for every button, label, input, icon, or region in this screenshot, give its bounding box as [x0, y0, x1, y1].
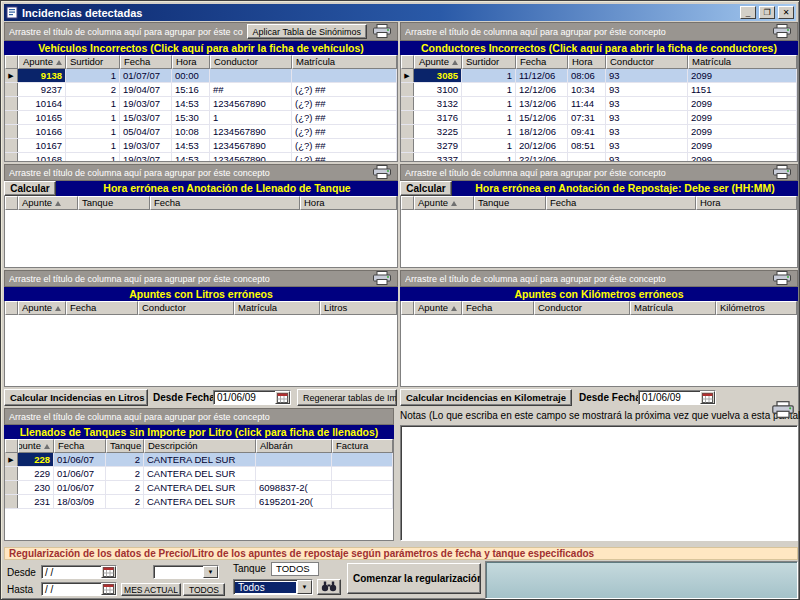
cell[interactable]: 1: [462, 125, 516, 138]
cell[interactable]: 00:00: [172, 69, 210, 82]
column-header-fecha[interactable]: Fecha: [516, 55, 568, 69]
cell[interactable]: 1: [462, 139, 516, 152]
cell[interactable]: 1: [66, 97, 120, 110]
cell[interactable]: 231: [18, 495, 54, 508]
cell[interactable]: CANTERA DEL SUR: [144, 467, 256, 480]
aplicar-sinonimos-button[interactable]: Aplicar Tabla de Sinónimos: [247, 24, 367, 39]
cell[interactable]: 05/04/07: [120, 125, 172, 138]
cell[interactable]: 2099: [688, 69, 797, 82]
group-by-bar[interactable]: Arrastre el título de columna aquí para …: [4, 408, 394, 425]
cell[interactable]: [568, 153, 606, 161]
column-header-matrícula[interactable]: Matrícula: [688, 55, 797, 69]
cell[interactable]: 1: [66, 153, 120, 161]
notas-textarea[interactable]: [400, 425, 798, 541]
table-row[interactable]: 10168119/03/0714:531234567890(¿?) ##: [5, 153, 397, 161]
cell[interactable]: [256, 467, 332, 480]
group-by-bar[interactable]: Arrastre el título de columna aquí para …: [400, 22, 798, 41]
column-header-conductor[interactable]: Conductor: [138, 301, 234, 315]
cell[interactable]: 20/12/06: [516, 139, 568, 152]
cell[interactable]: 10168: [18, 153, 66, 161]
group-by-bar[interactable]: Arrastre el título de columna aquí para …: [400, 270, 798, 287]
table-row[interactable]: 23001/06/072CANTERA DEL SUR6098837-2(: [5, 481, 393, 495]
cell[interactable]: 2: [66, 83, 120, 96]
print-icon[interactable]: [771, 24, 793, 39]
cell[interactable]: 11:44: [568, 97, 606, 110]
cell[interactable]: 93: [606, 111, 688, 124]
cell[interactable]: 1: [462, 69, 516, 82]
cell[interactable]: 1: [66, 111, 120, 124]
cell[interactable]: 01/07/07: [120, 69, 172, 82]
cell[interactable]: 228: [18, 453, 54, 466]
calcular-button[interactable]: Calcular: [4, 181, 56, 196]
cell[interactable]: 93: [606, 139, 688, 152]
panel-title-conductores[interactable]: Conductores Incorrectos (Click aquí para…: [400, 41, 798, 55]
cell[interactable]: 3085: [414, 69, 462, 82]
cell[interactable]: 01/06/07: [54, 481, 106, 494]
cell[interactable]: 2: [106, 495, 144, 508]
table-row[interactable]: 10165115/03/0715:301(¿?) ##: [5, 111, 397, 125]
cell[interactable]: 3337: [414, 153, 462, 161]
column-header-surtidor[interactable]: Surtidor: [462, 55, 516, 69]
group-by-bar[interactable]: Arrastre el título de columna aquí para …: [4, 164, 398, 181]
column-header-apunte[interactable]: Apunte: [414, 55, 462, 69]
column-header-fecha[interactable]: Fecha: [66, 301, 138, 315]
print-icon[interactable]: [371, 24, 393, 39]
cell[interactable]: 14:53: [172, 153, 210, 161]
cell[interactable]: 93: [606, 83, 688, 96]
column-header-apunte[interactable]: Apunte: [18, 55, 66, 69]
group-by-bar[interactable]: Arrastre el título de columna aquí para …: [400, 164, 798, 181]
cell[interactable]: 2: [106, 467, 144, 480]
column-header-factura[interactable]: Factura: [332, 439, 393, 453]
column-header-hora[interactable]: Hora: [300, 196, 397, 210]
table-row[interactable]: 10167119/03/0714:531234567890(¿?) ##: [5, 139, 397, 153]
cell[interactable]: 19/04/07: [120, 83, 172, 96]
cell[interactable]: 22/12/06: [516, 153, 568, 161]
tanque-combo[interactable]: Todos ▼: [233, 579, 313, 595]
table-row[interactable]: 3279120/12/0608:51932099: [401, 139, 797, 153]
column-header-fecha[interactable]: Fecha: [150, 196, 300, 210]
column-header-tanque[interactable]: Tanque: [474, 196, 546, 210]
calendar-icon[interactable]: [700, 391, 715, 404]
table-row[interactable]: 3225118/12/0609:41932099: [401, 125, 797, 139]
todos-button[interactable]: TODOS: [183, 583, 225, 596]
reg-filter-combo[interactable]: ▼: [153, 565, 219, 579]
cell[interactable]: (¿?) ##: [292, 97, 397, 110]
cell[interactable]: 19/03/07: [120, 139, 172, 152]
group-by-bar[interactable]: Arrastre el título de columna aquí para …: [4, 22, 398, 41]
regenerar-tablas-button[interactable]: Regenerar tablas de Importación: [297, 389, 397, 406]
cell[interactable]: 10:08: [172, 125, 210, 138]
table-row[interactable]: ▶22801/06/072CANTERA DEL SUR: [5, 453, 393, 467]
cell[interactable]: [332, 495, 393, 508]
cell[interactable]: [210, 69, 292, 82]
search-binoculars-icon[interactable]: [317, 579, 341, 595]
table-row[interactable]: 22901/06/072CANTERA DEL SUR: [5, 467, 393, 481]
cell[interactable]: 1151: [688, 83, 797, 96]
cell[interactable]: 93: [606, 69, 688, 82]
cell[interactable]: 1234567890: [210, 125, 292, 138]
column-header-matrícula[interactable]: Matrícula: [630, 301, 716, 315]
column-header-albarán[interactable]: Albarán: [256, 439, 332, 453]
cell[interactable]: 1234567890: [210, 97, 292, 110]
reg-hasta-field[interactable]: / /: [41, 582, 117, 596]
print-icon[interactable]: [771, 401, 795, 419]
cell[interactable]: (¿?) ##: [292, 153, 397, 161]
column-header-apunte[interactable]: Apunte: [414, 301, 462, 315]
cell[interactable]: 1234567890: [210, 153, 292, 161]
table-row[interactable]: ▶9138101/07/0700:00: [5, 69, 397, 83]
cell[interactable]: 07:31: [568, 111, 606, 124]
cell[interactable]: (¿?) ##: [292, 83, 397, 96]
close-button[interactable]: ✕: [778, 6, 794, 19]
table-row[interactable]: 3100112/12/0610:34931151: [401, 83, 797, 97]
cell[interactable]: 6195201-20(: [256, 495, 332, 508]
cell[interactable]: 10166: [18, 125, 66, 138]
cell[interactable]: 1: [462, 97, 516, 110]
cell[interactable]: 2099: [688, 111, 797, 124]
cell[interactable]: 2: [106, 453, 144, 466]
table-row[interactable]: 3132113/12/0611:44932099: [401, 97, 797, 111]
cell[interactable]: 2099: [688, 153, 797, 161]
panel-title-vehiculos[interactable]: Vehículos Incorrectos (Click aquí para a…: [4, 41, 398, 55]
cell[interactable]: 18/03/09: [54, 495, 106, 508]
column-header-apunte[interactable]: Apunte: [18, 439, 54, 453]
cell[interactable]: 2099: [688, 125, 797, 138]
table-row[interactable]: 10166105/04/0710:081234567890(¿?) ##: [5, 125, 397, 139]
